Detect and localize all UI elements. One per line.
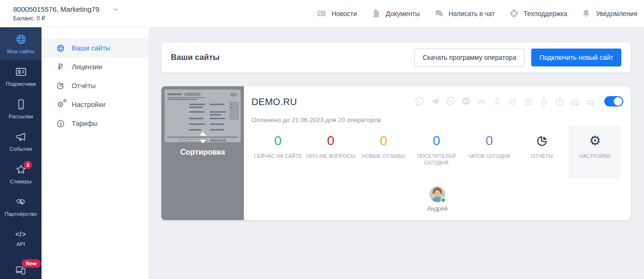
action-label: ОТЧЁТЫ [516,153,569,159]
stat-label: ЧАТОВ СЕГОДНЯ [463,153,516,159]
site-card-body: DEMO.RU VK @ [244,86,631,220]
submenu-item-tariffs[interactable]: S Тарифы [42,114,149,133]
sidebar-item-subscribers[interactable]: Подписчики [0,60,42,92]
online-status-dot [441,197,446,203]
main-content: Ваши сайты Скачать программу оператора П… [149,27,644,279]
topnav-notifications[interactable]: Уведомления [581,8,637,18]
stat-offline-questions: 0 OFFLINE ВОПРОСЫ [304,126,357,179]
stat-online-now: 0 СЕЙЧАС НА САЙТЕ [251,126,304,179]
stat-value: 0 [251,133,304,148]
sidebar-item-mailings[interactable]: Рассылки [0,92,42,125]
bell-icon [581,8,591,18]
stat-label: ПОСЕТИТЕЛЕЙ СЕГОДНЯ [410,153,463,166]
sidebar-item-partnership[interactable]: Партнёрство [0,190,42,222]
operators-row: Андрей [251,186,623,212]
submenu-item-label: Тарифы [72,120,98,127]
telegram-icon[interactable] [429,96,441,107]
page-header-card: Ваши сайты Скачать программу оператора П… [161,42,631,73]
action-label: НАСТРОЙКИ [569,153,621,159]
submenu-item-settings[interactable]: ⚙⚙ Настройки [42,95,149,114]
operator-avatar [429,186,445,202]
stat-label: НОВЫЕ ОТЗЫВЫ [357,153,410,159]
sidebar-item-my-sites[interactable]: Мои сайты [0,27,42,60]
support-icon [509,8,519,18]
operator: Андрей [427,186,447,212]
dollar-circle-icon: S [56,119,65,128]
stickers-count-badge: 3 [24,161,32,169]
new-badge: New [22,259,41,268]
stat-value: 0 [410,133,463,148]
globe-icon [56,44,65,53]
crypto-icon[interactable] [538,96,550,107]
stat-value: 0 [304,133,357,148]
chevron-down-icon[interactable] [112,6,119,13]
gears-icon: ⚙⚙ [57,101,64,108]
operator-name: Андрей [427,205,447,212]
download-operator-app-button[interactable]: Скачать программу оператора [414,49,525,66]
sidebar-item-api[interactable]: </> API [0,222,42,255]
site-active-toggle[interactable] [604,96,623,107]
connect-new-site-button[interactable]: Подключить новый сайт [531,49,621,66]
stat-chats-today: 0 ЧАТОВ СЕГОДНЯ [463,126,516,179]
stat-label: СЕЙЧАС НА САЙТЕ [251,153,304,159]
settings-action[interactable]: ⚙ НАСТРОЙКИ [569,126,621,179]
pie-chart-icon [536,135,549,148]
viber-icon[interactable] [445,96,456,107]
topbar: 80005015576, Marketing79 Баланс: 0 ₽ Нов… [0,0,644,27]
channel-icons: VK @ [414,96,623,107]
main-sidebar: Мои сайты Подписчики Рассылки События 3 … [0,27,42,279]
handshake-icon [15,196,27,208]
sidebar-item-events[interactable]: События [0,125,42,157]
topnav-label: Документы [386,10,420,17]
sidebar-item-apps[interactable]: New [0,255,42,279]
sort-arrows-icon [197,131,209,144]
whatsapp-icon[interactable] [414,96,425,107]
car-icon[interactable] [569,96,581,107]
shop-icon[interactable] [523,96,534,107]
stat-value: 0 [463,133,516,148]
phone-icon [15,98,27,110]
site-thumbnail-sort-handle[interactable]: Сортировка [161,86,244,220]
vk-icon[interactable]: VK [476,96,487,107]
submenu-item-label: Ваши сайты [72,44,110,52]
sort-label: Сортировка [161,148,244,156]
account-switcher[interactable]: 80005015576, Marketing79 Баланс: 0 ₽ [0,5,119,22]
code-icon: </> [15,230,26,238]
megaphone-icon [15,131,27,143]
ruble-icon: ₽ [58,63,63,71]
topnav-label: Написать в чат [449,10,495,17]
license-info: Оплачено до 21.06.2023 для 20 операторов [251,116,623,123]
page-title: Ваши сайты [171,53,220,62]
submenu-item-your-sites[interactable]: Ваши сайты [42,39,149,57]
sites-submenu: Ваши сайты ₽ Лицензии Отчёты ⚙⚙ Настройк… [42,27,149,279]
stat-value: 0 [357,133,410,148]
submenu-item-label: Отчёты [72,82,96,90]
stat-visitors-today: 0 ПОСЕТИТЕЛЕЙ СЕГОДНЯ [410,126,463,179]
sidebar-item-label: Стикеры [10,179,32,184]
topnav-documents[interactable]: Документы [371,8,420,18]
topnav: Новости Документы Написать в чат Техподд… [317,8,644,18]
svg-text:VK: VK [478,98,486,105]
topnav-news[interactable]: Новости [317,8,357,18]
taxi-icon[interactable] [585,96,596,107]
svg-text:@: @ [509,97,517,106]
email-icon[interactable]: @ [507,96,519,107]
submenu-item-licenses[interactable]: ₽ Лицензии [42,57,149,76]
sidebar-item-label: Мои сайты [7,49,34,54]
sidebar-item-label: События [9,146,32,152]
bag-icon[interactable] [554,96,565,107]
topnav-write-chat[interactable]: Написать в чат [434,8,495,18]
topnav-label: Техподдержка [524,10,568,17]
pie-chart-icon [56,82,65,90]
sidebar-item-stickers[interactable]: 3 Стикеры [0,157,42,190]
topnav-support[interactable]: Техподдержка [509,8,568,18]
sidebar-item-label: Рассылки [8,114,33,119]
submenu-item-label: Настройки [72,101,105,108]
submenu-item-reports[interactable]: Отчёты [42,76,149,95]
svg-text:S: S [59,121,62,126]
reports-action[interactable]: ОТЧЁТЫ [516,126,569,179]
messenger-icon[interactable] [460,96,472,107]
sidebar-item-label: Партнёрство [5,211,37,217]
odnoklassniki-icon[interactable] [492,96,503,107]
site-card: Сортировка DEMO.RU VK @ [161,86,631,220]
